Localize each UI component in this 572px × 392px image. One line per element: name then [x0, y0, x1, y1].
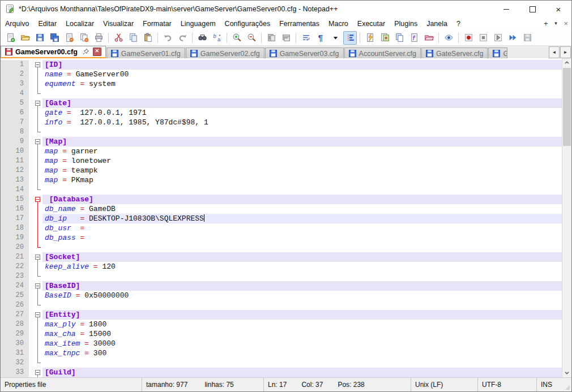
resize-grip[interactable]: [565, 385, 570, 390]
tab-scroll-right[interactable]: ►: [560, 46, 571, 58]
code-line[interactable]: BaseID = 0x50000000: [42, 291, 562, 300]
minimize-button[interactable]: [493, 1, 519, 18]
save-button[interactable]: [33, 31, 46, 45]
tab-gameserver00-cfg[interactable]: GameServer00.cfg✕: [1, 46, 106, 59]
fold-toggle[interactable]: [33, 60, 42, 70]
code-line[interactable]: [ID]: [42, 60, 562, 70]
code-line[interactable]: [Database]: [42, 195, 562, 204]
macro-stop-button[interactable]: [476, 31, 490, 45]
macro-play-button[interactable]: [491, 31, 505, 45]
tab-list-dropdown[interactable]: ▼: [553, 18, 558, 29]
code-line[interactable]: info = 127.0.0.1, 1985, Y87dc#$98, 1: [42, 118, 562, 127]
fold-toggle[interactable]: [33, 252, 42, 262]
save-all-button[interactable]: [48, 31, 61, 45]
print-button[interactable]: [92, 31, 105, 45]
code-line[interactable]: max_cha = 15000: [42, 329, 562, 339]
show-all-chars-button[interactable]: ¶: [314, 31, 327, 45]
fold-toggle[interactable]: [33, 310, 42, 320]
macro-record-button[interactable]: [462, 31, 475, 45]
title-bar[interactable]: *D:\Arquivos Monthanna\TalesOfPirateDX9-…: [1, 1, 571, 18]
monitoring-eye-button[interactable]: [442, 31, 455, 45]
close-button[interactable]: ×: [545, 1, 571, 18]
new-tab-button[interactable]: +: [544, 18, 548, 29]
close-document-button[interactable]: ×: [564, 18, 568, 29]
menu-item-arquivo[interactable]: Arquivo: [1, 18, 33, 30]
pin-icon[interactable]: [82, 48, 89, 55]
folder-workspace-button[interactable]: [422, 31, 436, 45]
code-line[interactable]: max_ply = 1800: [42, 320, 562, 329]
function-list-button[interactable]: f: [407, 31, 421, 45]
tab-g[interactable]: G: [488, 48, 507, 59]
zoom-in-button[interactable]: [230, 31, 244, 45]
tab-accountserver-cfg[interactable]: AccountServer.cfg: [344, 48, 421, 59]
menu-item-configuracoes[interactable]: Configurações: [220, 18, 275, 30]
cut-button[interactable]: [112, 31, 125, 45]
code-line[interactable]: [42, 300, 562, 310]
code-line[interactable]: keep_alive = 120: [42, 262, 562, 272]
dropdown-button[interactable]: [328, 31, 342, 45]
menu-item-plugins[interactable]: Plugins: [390, 18, 422, 30]
scroll-up-arrow-icon[interactable]: [562, 58, 571, 67]
fold-toggle[interactable]: [33, 98, 42, 108]
status-eol-format[interactable]: Unix (LF): [411, 378, 478, 391]
maximize-button[interactable]: [519, 1, 545, 18]
code-line[interactable]: [42, 185, 562, 195]
redo-button[interactable]: [176, 31, 189, 45]
code-line[interactable]: gate = 127.0.0.1, 1971: [42, 108, 562, 118]
define-language-button[interactable]: [363, 31, 377, 45]
code-line[interactable]: map = lonetower: [42, 156, 562, 166]
editor[interactable]: 1[ID]2name = GameServer003equment = syst…: [1, 58, 571, 377]
menu-item-macro[interactable]: Macro: [324, 18, 353, 30]
code-line[interactable]: max_tnpc = 300: [42, 348, 562, 358]
tab-gameserver01-cfg[interactable]: GameServer01.cfg: [106, 48, 185, 59]
code-line[interactable]: [42, 89, 562, 98]
code-line[interactable]: name = GameServer00: [42, 70, 562, 79]
code-line[interactable]: [BaseID]: [42, 281, 562, 291]
sync-vertical-button[interactable]: [264, 31, 278, 45]
menu-item-ferramentas[interactable]: Ferramentas: [275, 18, 324, 30]
menu-item-help[interactable]: ?: [452, 18, 465, 30]
code-line[interactable]: [Guild]: [42, 368, 562, 377]
code-area[interactable]: 1[ID]2name = GameServer003equment = syst…: [1, 58, 562, 377]
new-file-button[interactable]: [3, 31, 17, 45]
vertical-scrollbar[interactable]: [562, 58, 571, 377]
status-encoding[interactable]: UTF-8: [478, 378, 537, 391]
code-line[interactable]: [42, 358, 562, 368]
paste-button[interactable]: [141, 31, 155, 45]
close-all-button[interactable]: [77, 31, 91, 45]
doc-map-button[interactable]: [378, 31, 391, 45]
copy-button[interactable]: [126, 31, 140, 45]
open-folder-button[interactable]: [18, 31, 32, 45]
code-line[interactable]: map = PKmap: [42, 175, 562, 185]
code-line[interactable]: [42, 127, 562, 137]
indent-guide-button[interactable]: [343, 31, 357, 45]
fold-toggle[interactable]: [33, 368, 42, 377]
tab-close-button[interactable]: ✕: [93, 48, 101, 56]
replace-button[interactable]: ba: [210, 31, 224, 45]
code-line[interactable]: [Entity]: [42, 310, 562, 320]
menu-item-executar[interactable]: Executar: [353, 18, 390, 30]
scroll-down-arrow-icon[interactable]: [562, 368, 571, 377]
menu-item-janela[interactable]: Janela: [422, 18, 452, 30]
code-line[interactable]: db_pass =: [42, 233, 562, 243]
code-line[interactable]: [42, 272, 562, 281]
menu-item-linguagem[interactable]: Linguagem: [176, 18, 220, 30]
tab-gameserver03-cfg[interactable]: GameServer03.cfg: [265, 48, 344, 59]
find-button[interactable]: [195, 31, 209, 45]
close-file-button[interactable]: [62, 31, 76, 45]
menu-item-localizar[interactable]: Localizar: [61, 18, 99, 30]
word-wrap-button[interactable]: [299, 31, 313, 45]
menu-item-visualizar[interactable]: Visualizar: [99, 18, 138, 30]
fold-toggle[interactable]: [33, 281, 42, 291]
code-line[interactable]: db_ip = DESKTOP-J1083OB\SQLEXPRESS: [42, 214, 562, 223]
macro-save-button[interactable]: [520, 31, 534, 45]
code-line[interactable]: [Map]: [42, 137, 562, 147]
code-line[interactable]: db_name = GameDB: [42, 204, 562, 214]
scrollbar-thumb[interactable]: [563, 68, 571, 146]
code-line[interactable]: [Gate]: [42, 98, 562, 108]
code-line[interactable]: equment = system: [42, 79, 562, 89]
fold-toggle[interactable]: [33, 137, 42, 147]
code-line[interactable]: map = teampk: [42, 166, 562, 175]
code-line[interactable]: [Socket]: [42, 252, 562, 262]
tab-gameserver02-cfg[interactable]: GameServer02.cfg: [186, 48, 264, 59]
